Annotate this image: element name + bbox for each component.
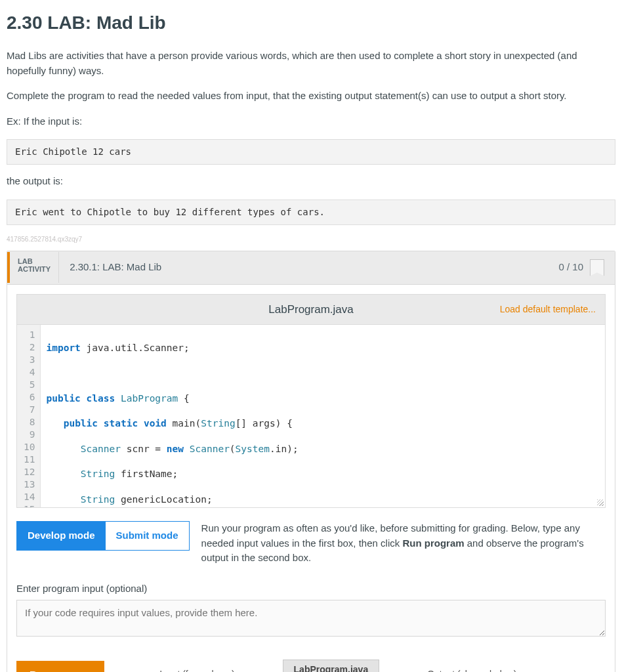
activity-header: LAB ACTIVITY 2.30.1: LAB: Mad Lib 0 / 10 [7, 251, 615, 285]
lab-badge: LAB ACTIVITY [7, 252, 58, 283]
arrow-right-icon: ⟶ [249, 664, 268, 672]
resize-handle-icon[interactable] [597, 499, 604, 506]
code-editor[interactable]: 123456789101112131415 import java.util.S… [16, 324, 606, 508]
lab-badge-line1: LAB [18, 257, 51, 265]
example-input-box: Eric Chipotle 12 cars [7, 139, 615, 165]
mode-help-text: Run your program as often as you'd like,… [201, 521, 606, 566]
submit-mode-tab[interactable]: Submit mode [106, 522, 189, 550]
activity-score: 0 / 10 [548, 251, 615, 284]
arrow-right-icon: ⟶ [394, 664, 413, 672]
intro-paragraph-2: Complete the program to read the needed … [7, 89, 615, 104]
flow-program-box: LabProgram.java (Your program) [283, 660, 380, 673]
activity-title: 2.30.1: LAB: Mad Lib [58, 252, 172, 283]
develop-mode-tab[interactable]: Develop mode [17, 522, 106, 550]
file-header: LabProgram.java Load default template... [16, 294, 606, 325]
example-label: Ex: If the input is: [7, 114, 615, 129]
flow-input-label: Input (from above) [159, 667, 234, 672]
flow-box-title: LabProgram.java [294, 664, 369, 673]
lab-badge-line2: ACTIVITY [18, 265, 51, 273]
file-name: LabProgram.java [268, 301, 353, 318]
example-output-box: Eric went to Chipotle to buy 12 differen… [7, 200, 615, 225]
score-text: 0 / 10 [558, 260, 583, 275]
output-label: the output is: [7, 174, 615, 189]
page-title: 2.30 LAB: Mad Lib [7, 9, 615, 37]
line-gutter: 123456789101112131415 [17, 325, 41, 507]
bookmark-icon[interactable] [590, 259, 604, 276]
load-template-link[interactable]: Load default template... [500, 303, 596, 316]
run-program-button[interactable]: Run program [16, 661, 104, 672]
mode-tabs: Develop mode Submit mode [16, 521, 190, 551]
program-input-label: Enter program input (optional) [16, 581, 606, 597]
intro-paragraph-1: Mad Libs are activities that have a pers… [7, 49, 615, 78]
code-area[interactable]: import java.util.Scanner; public class L… [41, 325, 605, 507]
hash-text: 417856.2527814.qx3zqy7 [7, 234, 615, 244]
flow-output-label: Output (shown below) [427, 667, 516, 672]
program-input[interactable] [16, 600, 606, 637]
activity-card: LAB ACTIVITY 2.30.1: LAB: Mad Lib 0 / 10… [7, 251, 615, 673]
